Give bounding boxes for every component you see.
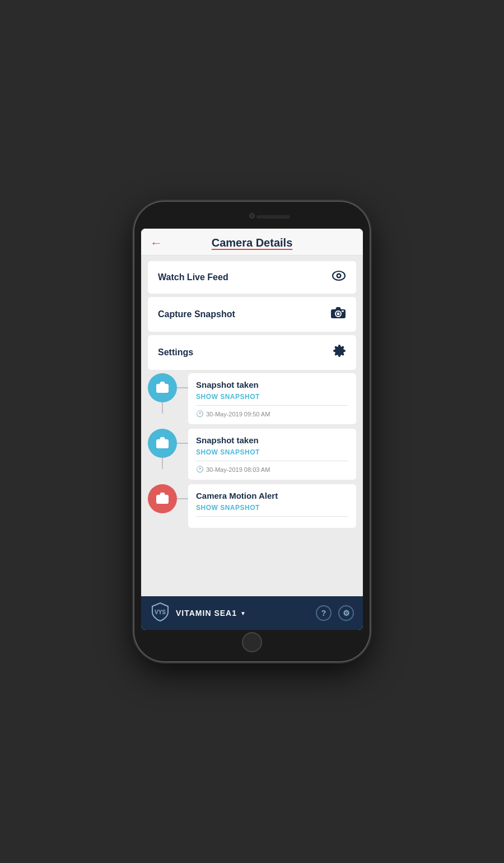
phone-bottom	[242, 630, 262, 655]
bottom-bar: VYS VITAMIN SEA1 ▼ ? ⚙	[141, 596, 363, 630]
settings-label: Settings	[158, 347, 193, 358]
svg-rect-6	[342, 310, 344, 312]
show-snapshot-1[interactable]: SHOW SNAPSHOT	[196, 393, 348, 406]
home-button[interactable]	[242, 632, 262, 652]
back-button[interactable]: ←	[150, 236, 162, 250]
capture-snapshot-label: Capture Snapshot	[158, 309, 235, 319]
timeline-circle-blue-1	[148, 373, 177, 402]
front-camera	[249, 213, 255, 219]
eye-icon	[332, 270, 346, 285]
svg-text:VYS: VYS	[155, 609, 166, 615]
help-button[interactable]: ?	[316, 605, 332, 621]
svg-point-2	[338, 275, 340, 277]
watch-live-feed-row[interactable]: Watch Live Feed	[148, 261, 356, 294]
svg-point-15	[161, 498, 164, 500]
event-title-2: Snapshot taken	[196, 435, 348, 445]
bottom-bar-icons: ? ⚙	[316, 605, 354, 621]
app-body: Watch Live Feed Capture Snapshot	[141, 256, 363, 596]
event-card-1: Snapshot taken SHOW SNAPSHOT 🕐 30-May-20…	[188, 373, 356, 424]
svg-point-12	[161, 443, 164, 445]
event-card-2: Snapshot taken SHOW SNAPSHOT 🕐 30-May-20…	[188, 429, 356, 480]
capture-snapshot-row[interactable]: Capture Snapshot	[148, 297, 356, 332]
clock-icon-1: 🕐	[196, 410, 204, 417]
svg-point-5	[337, 313, 340, 315]
settings-button[interactable]: ⚙	[338, 605, 354, 621]
timeline-item: Snapshot taken SHOW SNAPSHOT 🕐 30-May-20…	[148, 373, 356, 424]
timeline-item-3: Camera Motion Alert SHOW SNAPSHOT	[148, 484, 356, 528]
camera-icon	[330, 306, 346, 323]
timeline-section: Snapshot taken SHOW SNAPSHOT 🕐 30-May-20…	[148, 373, 356, 532]
brand-logo: VYS	[150, 602, 170, 624]
watch-live-feed-label: Watch Live Feed	[158, 272, 228, 282]
svg-point-9	[161, 387, 164, 389]
settings-row[interactable]: Settings	[148, 335, 356, 370]
phone-device: ← Camera Details Watch Live Feed Capture…	[134, 202, 370, 661]
connector-3	[177, 498, 188, 499]
timeline-circle-red-3	[148, 484, 177, 513]
event-time-1: 🕐 30-May-2019 09:50 AM	[196, 410, 348, 417]
connector-1	[177, 387, 188, 388]
clock-icon-2: 🕐	[196, 466, 204, 473]
speaker	[256, 215, 290, 219]
vessel-name[interactable]: VITAMIN SEA1 ▼	[176, 609, 310, 618]
event-time-2: 🕐 30-May-2019 08:03 AM	[196, 466, 348, 473]
event-title-1: Snapshot taken	[196, 380, 348, 389]
timeline-item-2: Snapshot taken SHOW SNAPSHOT 🕐 30-May-20…	[148, 429, 356, 480]
show-snapshot-2[interactable]: SHOW SNAPSHOT	[196, 448, 348, 461]
page-title: Camera Details	[212, 236, 293, 249]
gear-icon	[333, 344, 346, 361]
vessel-dropdown-arrow[interactable]: ▼	[240, 610, 246, 616]
app-header: ← Camera Details	[141, 229, 363, 256]
show-snapshot-3[interactable]: SHOW SNAPSHOT	[196, 504, 348, 517]
event-title-3: Camera Motion Alert	[196, 491, 348, 500]
event-card-3: Camera Motion Alert SHOW SNAPSHOT	[188, 484, 356, 528]
phone-screen: ← Camera Details Watch Live Feed Capture…	[141, 229, 363, 630]
phone-top-bar	[141, 208, 363, 229]
connector-2	[177, 443, 188, 444]
timeline-circle-blue-2	[148, 429, 177, 458]
